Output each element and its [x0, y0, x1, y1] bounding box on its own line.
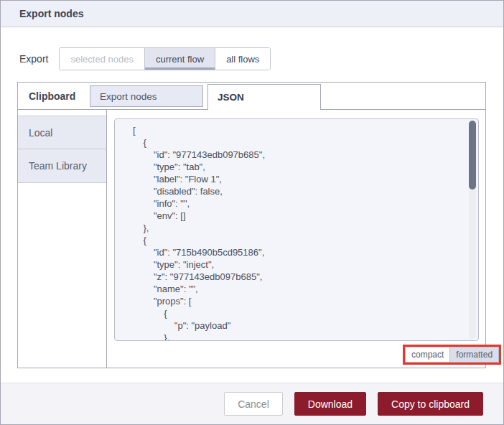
copy-to-clipboard-button[interactable]: Copy to clipboard	[378, 392, 483, 416]
export-scope-row: Export selected nodes current flow all f…	[19, 47, 271, 70]
all-flows-button[interactable]: all flows	[215, 48, 270, 70]
formatted-button[interactable]: formatted	[449, 347, 498, 362]
sidebar-item-local[interactable]: Local	[18, 116, 106, 149]
dialog-header: Export nodes	[1, 1, 503, 27]
tab-bar: Clipboard Export nodes JSON	[18, 83, 485, 110]
clipboard-section-label: Clipboard	[29, 83, 75, 109]
library-sidebar: Local Team Library	[18, 110, 107, 368]
tab-export-nodes[interactable]: Export nodes	[90, 85, 203, 107]
export-nodes-dialog: Export nodes Export selected nodes curre…	[0, 0, 504, 425]
sidebar-item-team-library[interactable]: Team Library	[18, 149, 106, 183]
export-scope-label: Export	[19, 53, 48, 65]
export-main-panel: Clipboard Export nodes JSON Local Team L…	[17, 82, 486, 368]
tab-json[interactable]: JSON	[207, 84, 321, 110]
compact-button[interactable]: compact	[406, 347, 449, 362]
format-toggle-group: compact formatted	[405, 347, 499, 363]
current-flow-button[interactable]: current flow	[144, 48, 215, 70]
json-editor[interactable]: [ { "id": "977143edb097b685", "type": "t…	[114, 118, 479, 341]
dialog-footer: Cancel Download Copy to clipboard	[1, 383, 503, 424]
export-scope-toggle-group: selected nodes current flow all flows	[59, 47, 271, 70]
download-button[interactable]: Download	[294, 392, 366, 416]
selected-nodes-button[interactable]: selected nodes	[60, 48, 144, 70]
scrollbar-thumb[interactable]	[469, 121, 476, 190]
library-item-list: Local Team Library	[18, 116, 106, 183]
json-code-content[interactable]: [ { "id": "977143edb097b685", "type": "t…	[115, 119, 478, 340]
dialog-title: Export nodes	[19, 8, 83, 19]
annotation-highlight-box: compact formatted	[403, 345, 501, 365]
cancel-button[interactable]: Cancel	[224, 392, 283, 416]
